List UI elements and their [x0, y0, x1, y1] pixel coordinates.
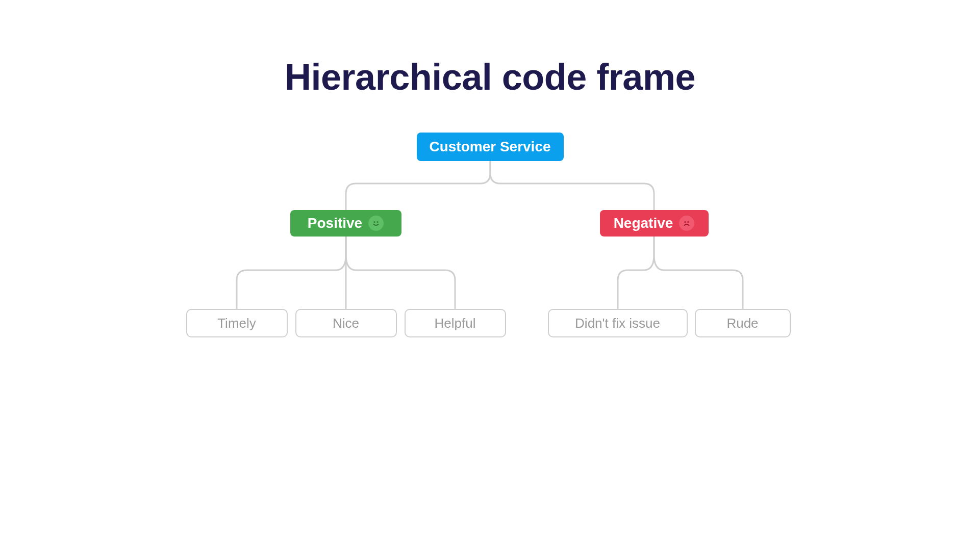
leaf-label: Helpful	[435, 316, 476, 331]
root-node-customer-service: Customer Service	[417, 133, 564, 161]
svg-point-2	[685, 221, 686, 223]
negative-label: Negative	[614, 215, 673, 231]
diagram-title: Hierarchical code frame	[123, 56, 858, 98]
positive-label: Positive	[308, 215, 362, 231]
smile-icon	[368, 216, 384, 231]
leaf-node-didnt-fix-issue: Didn't fix issue	[548, 309, 688, 337]
svg-point-3	[688, 221, 689, 223]
svg-point-0	[374, 221, 375, 223]
branch-node-negative: Negative	[600, 210, 709, 237]
svg-point-1	[377, 221, 379, 223]
leaf-node-helpful: Helpful	[405, 309, 506, 337]
diagram-canvas: Hierarchical code frame Customer Service…	[123, 0, 858, 413]
leaf-label: Didn't fix issue	[575, 316, 660, 331]
frown-icon	[679, 216, 694, 231]
root-label: Customer Service	[429, 139, 550, 155]
leaf-label: Rude	[726, 316, 758, 331]
leaf-node-timely: Timely	[186, 309, 288, 337]
leaf-label: Timely	[217, 316, 256, 331]
leaf-label: Nice	[333, 316, 359, 331]
leaf-node-rude: Rude	[695, 309, 791, 337]
leaf-node-nice: Nice	[295, 309, 397, 337]
branch-node-positive: Positive	[290, 210, 401, 237]
